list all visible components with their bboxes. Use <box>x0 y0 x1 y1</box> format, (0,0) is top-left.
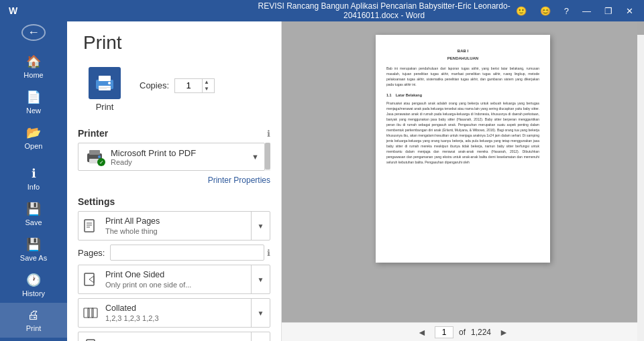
copies-label: Copies: <box>140 80 169 90</box>
page-title: Print <box>67 21 281 62</box>
save-as-icon: 💾 <box>26 237 41 252</box>
orientation-dropdown[interactable]: Portrait Orientation ▼ <box>78 332 270 341</box>
sidebar-item-info[interactable]: ℹ Info <box>0 161 67 196</box>
word-icon: W <box>5 4 21 17</box>
sidebar-item-label: New <box>26 107 41 115</box>
prev-page-button[interactable]: ◄ <box>415 327 429 338</box>
pages-label: Pages: <box>78 248 105 258</box>
preview-section-num: 1.1 <box>386 92 392 98</box>
copies-spinner[interactable]: ▲ ▼ <box>202 79 211 92</box>
back-button[interactable]: ← <box>21 24 46 41</box>
one-sided-sub: Only print on one side of... <box>105 281 248 289</box>
minimize-button[interactable]: — <box>577 5 596 17</box>
sidebar-item-open[interactable]: 📂 Open <box>0 120 67 155</box>
collated-sub: 1,2,3 1,2,3 1,2,3 <box>105 314 248 323</box>
sidebar-item-save-as[interactable]: 💾 Save As <box>0 232 67 267</box>
print-button-label: Print <box>96 102 114 112</box>
collated-text: Collated 1,2,3 1,2,3 1,2,3 <box>103 300 251 325</box>
history-icon: 🕐 <box>26 273 41 287</box>
all-pages-icon <box>78 216 103 236</box>
sidebar-item-history[interactable]: 🕐 History <box>0 267 67 303</box>
copies-input-wrap[interactable]: ▲ ▼ <box>174 78 215 93</box>
print-one-sided-dropdown[interactable]: Print One Sided Only print on one side o… <box>78 265 270 294</box>
print-right-panel: BAB I PENDAHULUAN Bab ini merupakan pend… <box>282 21 644 341</box>
pages-input[interactable] <box>110 245 264 261</box>
print-page: Print <box>67 21 644 341</box>
one-sided-icon <box>78 269 103 289</box>
new-icon: 📄 <box>26 90 41 105</box>
pages-row: Pages: ℹ <box>78 245 270 261</box>
printer-info-icon[interactable]: ℹ <box>267 129 270 139</box>
print-all-pages-dropdown[interactable]: Print All Pages The whole thing ▼ <box>78 211 270 241</box>
smiley-icon[interactable]: 🙂 <box>511 5 532 17</box>
close-button[interactable]: ✕ <box>621 5 639 17</box>
all-pages-text: Print All Pages The whole thing <box>103 213 251 238</box>
info-icon: ℹ <box>32 166 36 181</box>
print-button-wrap: Print <box>78 62 131 117</box>
back-icon: ← <box>28 25 40 40</box>
printer-section-title: Printer <box>78 128 108 139</box>
printer-properties: Printer Properties <box>78 174 270 186</box>
sidebar-item-print[interactable]: 🖨 Print <box>0 303 67 338</box>
print-button-icon <box>89 67 121 99</box>
sidebar-item-new[interactable]: 📄 New <box>0 84 67 120</box>
app-body: ← 🏠 Home 📄 New 📂 Open ℹ Info 💾 Save 💾 Sa… <box>0 21 644 341</box>
printer-select[interactable]: ✓ Microsoft Print to PDF Ready ▼ <box>78 143 265 171</box>
home-icon: 🏠 <box>26 54 41 69</box>
printer-dropdown-arrow[interactable]: ▼ <box>252 153 259 161</box>
printer-info: Microsoft Print to PDF Ready <box>111 148 246 166</box>
sidebar-item-home[interactable]: 🏠 Home <box>0 49 67 84</box>
printer-name: Microsoft Print to PDF <box>111 148 246 158</box>
preview-subtitle: PENDAHULUAN <box>386 56 539 62</box>
preview-section: 1.1 Latar Belakang <box>386 92 539 98</box>
sidebar-item-label: Info <box>28 183 40 191</box>
svg-point-5 <box>108 82 111 84</box>
restore-button[interactable]: ❐ <box>599 5 618 17</box>
all-pages-label: Print All Pages <box>105 216 248 226</box>
one-sided-arrow[interactable]: ▼ <box>251 265 270 293</box>
collated-dropdown[interactable]: Collated 1,2,3 1,2,3 1,2,3 ▼ <box>78 298 270 328</box>
printer-check-icon: ✓ <box>97 158 105 166</box>
print-button[interactable]: Print <box>78 62 131 117</box>
sidebar-item-label: Open <box>25 142 43 150</box>
copies-up[interactable]: ▲ <box>203 79 211 86</box>
next-page-button[interactable]: ► <box>496 327 511 338</box>
feedback-icon[interactable]: 😊 <box>535 5 556 17</box>
copies-down[interactable]: ▼ <box>203 86 211 92</box>
collated-icon <box>78 303 103 323</box>
svg-rect-17 <box>92 308 97 318</box>
svg-rect-16 <box>88 308 93 318</box>
title-bar-controls: 🙂 😊 ? — ❐ ✕ <box>511 5 639 17</box>
one-sided-text: Print One Sided Only print on one side o… <box>103 267 251 291</box>
current-page-input[interactable] <box>435 326 453 338</box>
print-left-scroll[interactable]: Print Copies: ▲ ▼ <box>67 62 281 341</box>
sidebar-item-share[interactable]: ↗ Share <box>0 338 67 341</box>
preview-scrollbar[interactable] <box>637 21 644 341</box>
printer-properties-link[interactable]: Printer Properties <box>208 176 270 185</box>
all-pages-sub: The whole thing <box>105 227 248 236</box>
title-bar-left: W <box>5 4 258 17</box>
title-bar-title: REVISI Rancang Bangun Aplikasi Pencarian… <box>258 1 510 20</box>
preview-scroll-thumb <box>637 21 644 35</box>
copies-input[interactable] <box>175 79 202 92</box>
all-pages-arrow[interactable]: ▼ <box>251 212 270 240</box>
help-icon[interactable]: ? <box>559 5 574 17</box>
orientation-text: Portrait Orientation <box>103 338 251 341</box>
sidebar-item-save[interactable]: 💾 Save <box>0 196 67 232</box>
title-bar: W REVISI Rancang Bangun Aplikasi Pencari… <box>0 0 644 21</box>
sidebar-item-label: Print <box>26 324 42 332</box>
pages-info-icon[interactable]: ℹ <box>267 248 270 258</box>
collated-arrow[interactable]: ▼ <box>251 299 270 327</box>
preview-section-title: Latar Belakang <box>396 92 422 98</box>
preview-bottom-bar: ◄ of 1,224 ► <box>282 322 644 341</box>
svg-rect-1 <box>99 76 111 81</box>
scroll-track[interactable] <box>265 143 270 171</box>
print-icon: 🖨 <box>28 308 40 322</box>
sidebar-item-label: Home <box>23 71 43 79</box>
orientation-arrow[interactable]: ▼ <box>251 332 270 341</box>
svg-rect-10 <box>85 220 94 232</box>
settings-section-title: Settings <box>78 196 115 207</box>
svg-rect-2 <box>99 86 111 90</box>
svg-rect-15 <box>84 308 89 318</box>
scroll-thumb <box>265 143 270 169</box>
